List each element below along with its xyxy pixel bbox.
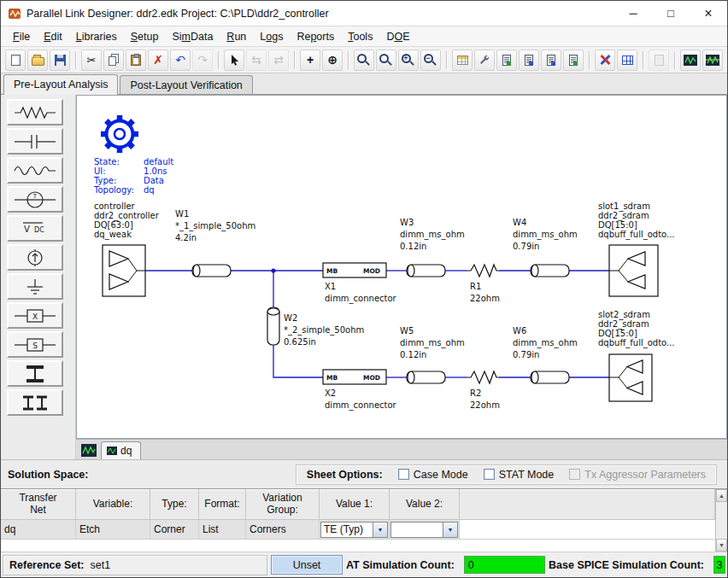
menu-item-simdata[interactable]: SimData	[165, 28, 220, 45]
sheet-list-icon[interactable]	[81, 444, 97, 457]
col-header-variation-group[interactable]: Variation Group:	[246, 489, 320, 520]
spreadsheet-button[interactable]	[452, 50, 473, 71]
tline-w2[interactable]: W2 *_2_simple_50ohm 0.625in	[267, 307, 364, 347]
palette-choke[interactable]	[7, 360, 63, 387]
palette-lossy-line[interactable]	[7, 157, 63, 184]
cell-filler	[460, 520, 715, 540]
palette-s-parameter[interactable]: S	[7, 331, 63, 358]
cell-variation-group[interactable]: Corners	[246, 520, 320, 540]
menu-item-run[interactable]: Run	[220, 28, 253, 45]
tline-w1[interactable]: W1 *_1_simple_50ohm 4.2in	[175, 209, 255, 277]
palette-ground[interactable]	[7, 273, 63, 300]
paste-button[interactable]	[126, 50, 146, 71]
menu-item-doe[interactable]: DOE	[379, 28, 416, 45]
select-button[interactable]	[224, 50, 244, 71]
close-button[interactable]: ×	[690, 1, 727, 26]
zoom-window-button[interactable]	[354, 50, 374, 71]
col-header-value1[interactable]: Value 1:	[320, 489, 390, 520]
scroll-down-button[interactable]: ▼	[716, 539, 727, 552]
col-header-value2[interactable]: Value 2:	[390, 489, 460, 520]
scroll-up-button[interactable]: ▲	[716, 489, 727, 502]
value1-combobox[interactable]: TE (Typ) ▼	[320, 522, 388, 538]
tline-w4[interactable]: W4 dimm_ms_ohm 0.79in	[513, 218, 578, 277]
tline-w3[interactable]: W3 dimm_ms_ohm 0.12in	[400, 218, 465, 277]
menu-item-file[interactable]: File	[6, 28, 37, 45]
table-scrollbar[interactable]: ▲ ▼	[715, 489, 727, 552]
zoom-fit-button[interactable]	[376, 50, 396, 71]
connector-x2[interactable]: MB MOD X2 dimm_connector	[323, 370, 397, 411]
case-mode-checkbox-box[interactable]	[398, 469, 409, 480]
sheet-tab-dq[interactable]: dq	[101, 441, 141, 459]
report-doc4-button[interactable]	[563, 50, 584, 71]
palette-capacitor[interactable]	[7, 128, 63, 155]
new-button[interactable]	[5, 50, 26, 71]
stat-mode-checkbox-box[interactable]	[484, 469, 495, 480]
delete-button[interactable]: ✗	[148, 50, 168, 71]
probe-button[interactable]: ⇆	[246, 50, 267, 71]
menu-item-libraries[interactable]: Libraries	[69, 28, 124, 45]
tab-prelayout-analysis[interactable]: Pre-Layout Analysis	[3, 74, 118, 95]
palette-ideal-tline[interactable]: T	[7, 186, 63, 213]
checkbox-case-mode[interactable]: Case Mode	[398, 469, 468, 481]
waveform-viewer-button[interactable]	[680, 50, 701, 71]
report-doc1-button[interactable]	[496, 50, 517, 71]
connector-x1[interactable]: MB MOD X1 dimm_connector	[323, 263, 397, 304]
menu-item-setup[interactable]: Setup	[124, 28, 166, 45]
report-doc2-button[interactable]	[519, 50, 539, 71]
palette-resistor[interactable]	[7, 99, 63, 126]
col-header-format[interactable]: Format:	[199, 489, 246, 520]
tline-w6[interactable]: W6 dimm_ms_ohm 0.79in	[513, 326, 578, 383]
menu-item-logs[interactable]: Logs	[253, 28, 290, 45]
print-button[interactable]	[649, 50, 669, 71]
copy-button[interactable]	[103, 50, 124, 71]
waveform-analyzer-button[interactable]	[702, 50, 723, 71]
net-wires[interactable]	[145, 271, 609, 377]
trace-button[interactable]: ⇄	[268, 50, 289, 71]
col-header-type[interactable]: Type:	[150, 489, 199, 520]
save-button[interactable]	[50, 50, 70, 71]
undo-button[interactable]: ↶	[170, 50, 191, 71]
sdram-slot2-symbol[interactable]: slot2_sdram ddr2_sdram DQ[15:0] dqbuff_f…	[598, 310, 675, 401]
cell-variable[interactable]: Etch	[76, 520, 150, 540]
simulate-button[interactable]	[474, 50, 495, 71]
palette-dual-choke[interactable]	[7, 389, 63, 416]
open-button[interactable]	[27, 50, 48, 71]
redo-button[interactable]: ↷	[192, 50, 213, 71]
cut-button[interactable]: ✂	[81, 50, 102, 71]
zoom-out-button[interactable]: −	[420, 50, 441, 71]
tools-button[interactable]	[595, 50, 615, 71]
menu-item-reports[interactable]: Reports	[290, 28, 341, 45]
menu-item-tools[interactable]: Tools	[341, 28, 379, 45]
controller-symbol[interactable]: controller ddr2_controller DQ[63:0] dq_w…	[94, 201, 160, 296]
cell-format[interactable]: List	[199, 520, 246, 540]
resistor-r1[interactable]: R1 22ohm	[467, 265, 500, 303]
palette-x-block[interactable]: X	[7, 302, 63, 329]
maximize-button[interactable]: □	[652, 1, 690, 26]
schematic-canvas[interactable]: State: default UI: 1.0ns Type: Data Topo…	[76, 95, 727, 439]
table-row[interactable]: dq Etch Corner List Corners TE (Typ) ▼ ▼	[1, 520, 715, 540]
value1-dropdown-arrow[interactable]: ▼	[373, 523, 387, 537]
pan-button[interactable]: ⊕	[322, 50, 343, 71]
menu-item-edit[interactable]: Edit	[37, 28, 69, 45]
cell-type[interactable]: Corner	[150, 520, 199, 540]
value2-combobox[interactable]: ▼	[390, 522, 458, 538]
topology-gear-icon[interactable]	[101, 115, 138, 153]
tline-w5[interactable]: W5 dimm_ms_ohm 0.12in	[400, 326, 465, 383]
tab-postlayout-verification[interactable]: Post-Layout Verification	[120, 75, 252, 94]
move-button[interactable]: +	[300, 50, 320, 71]
resistor-r2[interactable]: R2 22ohm	[467, 371, 500, 410]
palette-current-source[interactable]	[7, 244, 63, 271]
minimize-button[interactable]: ─	[614, 1, 652, 26]
col-header-transfer-net[interactable]: Transfer Net	[1, 489, 76, 520]
report-doc3-button[interactable]	[541, 50, 561, 71]
cell-transfer-net[interactable]: dq	[1, 520, 76, 540]
unset-button[interactable]: Unset	[271, 555, 343, 575]
svg-text:0.79in: 0.79in	[513, 242, 539, 251]
palette-vdc-source[interactable]: VDC	[7, 215, 63, 242]
export-grid-button[interactable]	[617, 50, 637, 71]
sdram-slot1-symbol[interactable]: slot1_sdram ddr2_sdram DQ[15:0] dqbuff_f…	[598, 201, 675, 296]
col-header-variable[interactable]: Variable:	[76, 489, 150, 520]
value2-dropdown-arrow[interactable]: ▼	[443, 523, 457, 537]
checkbox-stat-mode[interactable]: STAT Mode	[484, 469, 555, 481]
zoom-in-button[interactable]: +	[398, 50, 419, 71]
